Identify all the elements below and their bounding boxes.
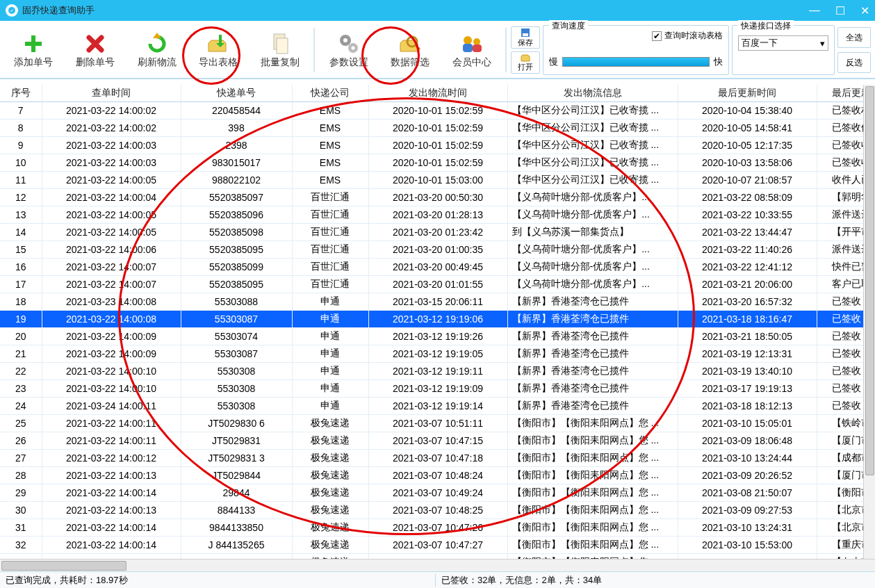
- table-row[interactable]: 282021-03-22 14:00:13JT5029844极兔速递2021-0…: [0, 467, 875, 484]
- table-cell: JT5029831: [181, 432, 292, 450]
- table-row[interactable]: 302021-03-22 14:00:13 8844133极兔速递2021-03…: [0, 502, 875, 519]
- table-row[interactable]: 222021-03-22 14:00:105530308申通2021-03-12…: [0, 363, 875, 380]
- table-cell: 2021-03-18 18:16:47: [678, 311, 817, 328]
- table-cell: 2021-03-21 18:50:05: [678, 328, 817, 345]
- table-cell: 5530308: [181, 363, 292, 380]
- save-button[interactable]: 保存: [511, 26, 540, 49]
- scroll-check-label[interactable]: 查询时滚动表格: [664, 30, 723, 42]
- column-header[interactable]: 快递公司: [292, 85, 368, 102]
- table-row[interactable]: 232021-03-22 14:00:105530308申通2021-03-12…: [0, 380, 875, 398]
- horizontal-scrollbar[interactable]: [0, 559, 875, 571]
- table-cell: 2021-03-19 12:13:31: [678, 345, 817, 363]
- table-row[interactable]: 122021-03-22 14:00:045520385097百世汇通2021-…: [0, 189, 875, 206]
- table-cell: JT5029844: [181, 467, 292, 484]
- table-cell: 申通: [292, 293, 368, 311]
- table-cell: 220458544: [181, 102, 292, 120]
- table-cell: 2021-03-21 20:06:00: [678, 276, 817, 293]
- table-cell: 2020-10-04 15:38:40: [678, 102, 817, 120]
- table-row[interactable]: 112021-03-22 14:00:05988022102EMS2020-10…: [0, 172, 875, 189]
- table-cell: 28: [0, 467, 42, 484]
- add-tracking-button[interactable]: 添加单号: [4, 25, 63, 75]
- column-header[interactable]: 快递单号: [181, 85, 292, 102]
- checkbox-icon[interactable]: ✔: [652, 31, 662, 41]
- table-row[interactable]: 152021-03-22 14:00:065520385095百世汇通2021-…: [0, 241, 875, 259]
- export-button[interactable]: 导出表格: [189, 25, 248, 75]
- invert-select-button[interactable]: 反选: [837, 52, 871, 73]
- table-row[interactable]: 82021-03-22 14:00:02 398EMS2020-10-01 15…: [0, 120, 875, 137]
- table-row[interactable]: 332021-03-22 14:00:15 4138982极兔速递2021-03…: [0, 554, 875, 560]
- interface-select[interactable]: 百度一下 ▾: [738, 35, 828, 51]
- table-row[interactable]: 292021-03-22 14:00:14 29844极兔速递2021-03-0…: [0, 484, 875, 502]
- table-cell: 2021-03-22 14:00:09: [42, 328, 181, 345]
- table-row[interactable]: 132021-03-22 14:00:055520385096百世汇通2021-…: [0, 206, 875, 224]
- table-cell: 8844133: [181, 502, 292, 519]
- column-header[interactable]: 发出物流时间: [368, 85, 507, 102]
- status-left: 已查询完成，共耗时：18.97秒: [6, 574, 430, 587]
- table-cell: 2021-03-22 14:00:03: [42, 137, 181, 154]
- table-cell: 极兔速递: [292, 484, 368, 502]
- table-cell: 极兔速递: [292, 432, 368, 450]
- filter-button[interactable]: 数据筛选: [381, 25, 440, 75]
- table-cell: 988022102: [181, 172, 292, 189]
- table-cell: 【义乌荷叶塘分部-优质客户】...: [507, 189, 678, 206]
- table-cell: 2021-03-10 15:53:00: [678, 537, 817, 554]
- table-cell: 百世汇通: [292, 206, 368, 224]
- copy-icon: [268, 31, 293, 56]
- column-header[interactable]: 最后更新时间: [678, 85, 817, 102]
- table-cell: 【新界】香港荃湾仓已揽件: [507, 328, 678, 345]
- svg-point-0: [8, 7, 15, 14]
- app-icon: [6, 4, 18, 17]
- table-cell: 2021-03-12 19:19:09: [368, 380, 507, 398]
- svg-rect-16: [523, 33, 528, 36]
- minimize-button[interactable]: —: [809, 4, 820, 17]
- table-cell: 百世汇通: [292, 224, 368, 241]
- table-cell: 2021-03-17 19:19:13: [678, 380, 817, 398]
- column-header[interactable]: 查单时间: [42, 85, 181, 102]
- table-row[interactable]: 312021-03-22 14:00:14 9844133850极兔速递2021…: [0, 519, 875, 537]
- table-cell: 【衡阳市】【衡阳耒阳网点】您 ...: [507, 502, 678, 519]
- params-button[interactable]: 参数设置: [319, 25, 378, 75]
- table-cell: 23: [0, 380, 42, 398]
- table-cell: EMS: [292, 154, 368, 172]
- save-icon: [521, 28, 530, 38]
- table-cell: 【华中区分公司江汉】已收寄揽 ...: [507, 172, 678, 189]
- maximize-button[interactable]: ☐: [835, 4, 845, 17]
- table-cell: 2021-03-22 14:00:14: [42, 537, 181, 554]
- batch-copy-button[interactable]: 批量复制: [251, 25, 310, 75]
- table-row[interactable]: 192021-03-22 14:00:0855303087申通2021-03-1…: [0, 311, 875, 328]
- vertical-scrollbar[interactable]: [863, 85, 875, 559]
- table-row[interactable]: 212021-03-22 14:00:0955303087申通2021-03-1…: [0, 345, 875, 363]
- speed-slider[interactable]: [562, 57, 710, 67]
- table-row[interactable]: 242021-03-24 14:00:115530308申通2021-03-12…: [0, 398, 875, 415]
- table-row[interactable]: 102021-03-22 14:00:03983015017EMS2020-10…: [0, 154, 875, 172]
- delete-tracking-button[interactable]: 删除单号: [66, 25, 125, 75]
- select-all-button[interactable]: 全选: [837, 27, 871, 48]
- table-row[interactable]: 202021-03-22 14:00:0955303074申通2021-03-1…: [0, 328, 875, 345]
- table-cell: 18: [0, 293, 42, 311]
- table-row[interactable]: 72021-03-22 14:00:02 220458544EMS2020-10…: [0, 102, 875, 120]
- table-row[interactable]: 92021-03-22 14:00:03 2398EMS2020-10-01 1…: [0, 137, 875, 154]
- table-row[interactable]: 322021-03-22 14:00:14J 844135265极兔速递2021…: [0, 537, 875, 554]
- member-button[interactable]: 会员中心: [443, 25, 502, 75]
- column-header[interactable]: 序号: [0, 85, 42, 102]
- table-cell: 申通: [292, 363, 368, 380]
- refresh-button[interactable]: 刷新物流: [127, 25, 186, 75]
- table-row[interactable]: 182021-03-23 14:00:0855303088申通2021-03-1…: [0, 293, 875, 311]
- table-cell: 2021-03-12 19:19:05: [368, 345, 507, 363]
- table-cell: 2021-03-22 14:00:13: [42, 467, 181, 484]
- table-cell: 极兔速递: [292, 502, 368, 519]
- table-row[interactable]: 162021-03-22 14:00:075520385099百世汇通2021-…: [0, 259, 875, 276]
- table-cell: 2021-03-20 00:50:30: [368, 189, 507, 206]
- table-row[interactable]: 272021-03-22 14:00:12JT5029831 3极兔速递2021…: [0, 450, 875, 467]
- close-button[interactable]: ✕: [860, 4, 869, 17]
- table-cell: 2021-03-07 10:48:25: [368, 502, 507, 519]
- table-row[interactable]: 142021-03-22 14:00:055520385098百世汇通2021-…: [0, 224, 875, 241]
- table-cell: 29: [0, 484, 42, 502]
- table-cell: 2021-03-08 21:50:07: [678, 484, 817, 502]
- table-row[interactable]: 172021-03-22 14:00:075520385095百世汇通2021-…: [0, 276, 875, 293]
- table-row[interactable]: 262021-03-22 14:00:11JT5029831极兔速递2021-0…: [0, 432, 875, 450]
- table-row[interactable]: 252021-03-22 14:00:11JT5029830 6极兔速递2021…: [0, 415, 875, 432]
- table-cell: 【衡阳市】【衡阳耒阳网点】您 ...: [507, 519, 678, 537]
- column-header[interactable]: 发出物流信息: [507, 85, 678, 102]
- open-button[interactable]: 打开: [511, 51, 540, 74]
